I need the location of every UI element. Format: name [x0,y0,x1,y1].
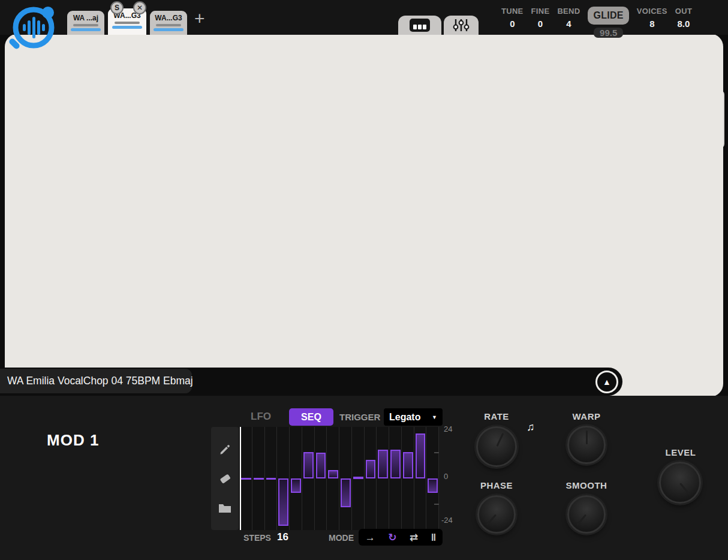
add-tab-button[interactable]: + [194,8,205,29]
level-knob[interactable] [659,462,701,504]
seq-mode-bar: →↻⇄‖ [359,529,443,546]
arrow-up-icon: ▲ [603,378,611,386]
seq-step-10[interactable] [353,477,363,479]
warp-label: WARP [567,411,606,421]
header-param-voices[interactable]: VOICES8 [637,7,667,38]
tab-close-icon[interactable]: ✕ [133,1,146,14]
param-value[interactable]: 0 [510,19,515,29]
param-value[interactable]: 8 [649,19,654,29]
tab-solo-badge[interactable]: S [110,1,124,14]
trigger-dropdown[interactable]: Legato ▼ [384,408,443,426]
seq-step-15[interactable] [416,433,426,478]
seq-scale-zero: 0 [444,472,448,481]
document-tab-1[interactable]: WA ...aj [67,11,104,35]
seq-tab[interactable]: SEQ [289,408,333,426]
seq-step-16[interactable] [428,478,438,493]
seq-scale-min: -24 [441,516,453,525]
seq-step-9[interactable] [341,478,351,507]
main-panel [5,34,723,397]
trigger-value: Legato [389,412,420,423]
steps-value[interactable]: 16 [277,531,288,543]
smooth-label: SMOOTH [565,480,608,490]
hold-mode-icon[interactable]: ‖ [431,532,436,543]
seq-step-13[interactable] [390,450,401,478]
param-value[interactable]: 99.5 [594,28,623,38]
param-label: GLIDE [588,7,628,25]
sample-tooltip-text: WA Emilia VocalChop 04 75BPM Ebmaj [7,375,193,387]
tab-progress-bar [154,28,183,31]
tab-mixer[interactable] [444,16,479,35]
pencil-icon[interactable] [219,444,231,456]
param-label: BEND [557,7,580,16]
param-value[interactable]: 0 [538,19,543,29]
mode-label: MODE [329,533,354,543]
seq-step-12[interactable] [378,450,388,478]
app-logo-icon [6,1,61,56]
lfo-tab[interactable]: LFO [251,411,271,423]
tab-progress-track [115,22,140,24]
param-label: FINE [531,7,550,16]
document-tab-3[interactable]: WA...G3 [150,11,187,35]
tab-progress-track [73,24,98,26]
seq-step-8[interactable] [328,470,338,478]
seq-tick-mark [434,452,439,453]
tab-progress-bar [112,26,142,29]
forward-mode-icon[interactable]: → [365,532,375,543]
tab-progress-track [156,24,181,26]
tab-keyboard[interactable] [398,16,441,35]
header-param-out[interactable]: OUT8.0 [675,7,692,38]
seq-step-4[interactable] [278,478,288,526]
phase-label: PHASE [477,480,516,490]
seq-step-5[interactable] [291,478,301,493]
sample-tooltip: WA Emilia VocalChop 04 75BPM Ebmaj [0,369,192,393]
seq-playhead [240,427,241,530]
ping-pong-mode-icon[interactable]: ⇄ [410,532,418,543]
mod-title: MOD 1 [47,431,99,450]
header-param-glide[interactable]: GLIDE99.5 [588,7,628,38]
plugin-window: WA ...ajWA...G3WA...G3 S ✕ + TUNE0FINE0B… [0,0,728,560]
rate-knob[interactable] [476,426,517,467]
steps-label: STEPS [243,533,271,543]
param-label: OUT [675,7,692,16]
seq-step-1[interactable] [241,478,251,480]
phase-knob[interactable] [477,495,516,534]
seq-step-6[interactable] [303,452,314,478]
param-label: TUNE [501,7,524,16]
seq-step-2[interactable] [254,478,264,480]
warp-knob[interactable] [567,426,606,464]
seq-tools [211,427,239,530]
smooth-knob[interactable] [567,495,606,534]
collapse-panel-button[interactable]: ▲ [595,371,618,393]
mod-section: MOD 1 LFO SEQ TRIGGER Legato ▼ 24 0 [0,396,728,560]
chevron-down-icon: ▼ [432,414,437,420]
document-tab-label: WA ...aj [73,14,98,22]
sliders-icon [452,19,470,32]
trigger-label: TRIGGER [339,412,380,422]
seq-scale-max: 24 [444,424,452,433]
rate-label: RATE [477,411,516,421]
document-tab-label: WA...G3 [155,14,182,22]
seq-step-3[interactable] [266,478,276,480]
header-parameters: TUNE0FINE0BEND4GLIDE99.5VOICES8OUT8.0 [501,7,692,38]
seq-tick-mark [434,504,439,505]
level-label: LEVEL [663,447,698,457]
tab-progress-bar [71,28,101,31]
piano-icon [410,19,430,32]
param-value[interactable]: 8.0 [678,19,690,29]
header-param-bend[interactable]: BEND4 [557,7,580,38]
header-param-fine[interactable]: FINE0 [531,7,550,38]
loop-mode-icon[interactable]: ↻ [388,532,396,543]
header-param-tune[interactable]: TUNE0 [501,7,524,38]
param-value[interactable]: 4 [566,19,571,29]
seq-step-7[interactable] [316,453,326,478]
param-label: VOICES [637,7,667,16]
step-sequencer[interactable] [240,427,439,530]
folder-icon[interactable] [218,502,231,513]
view-tabs [398,16,479,35]
seq-step-11[interactable] [366,460,376,478]
note-sync-icon[interactable]: ♫ [527,421,535,433]
eraser-icon[interactable] [218,473,231,485]
seq-step-14[interactable] [403,452,413,478]
document-tabs: WA ...ajWA...G3WA...G3 [67,0,191,35]
